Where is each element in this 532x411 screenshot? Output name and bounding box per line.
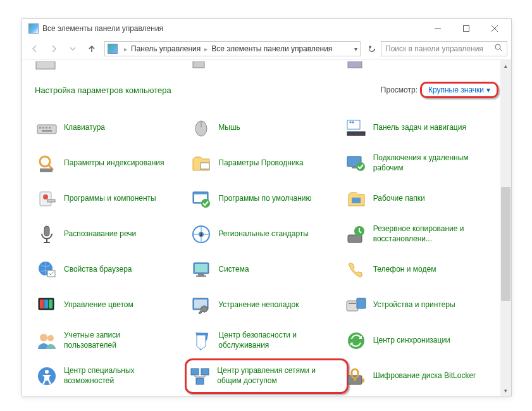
devices-icon (345, 294, 367, 316)
breadcrumb[interactable]: ▸ Панель управления ▸ Все элементы панел… (104, 41, 361, 56)
view-value: Крупные значки (428, 85, 484, 94)
item-security[interactable]: Центр безопасности и обслуживания (189, 327, 343, 354)
forward-button[interactable] (45, 40, 63, 58)
item-index[interactable]: Параметры индексирования (35, 150, 189, 177)
scroll-thumb[interactable] (501, 187, 510, 301)
search-icon[interactable] (495, 44, 503, 54)
minimize-button[interactable] (423, 20, 452, 38)
navbar: ▸ Панель управления ▸ Все элементы панел… (22, 38, 511, 60)
defaults-icon (190, 188, 212, 210)
chevron-right-icon[interactable]: ▸ (124, 46, 127, 53)
item-label: Подключения к удаленным рабочим (373, 153, 481, 173)
item-remote[interactable]: Подключения к удаленным рабочим (344, 150, 498, 177)
breadcrumb-icon (108, 44, 118, 54)
view-dropdown[interactable]: Крупные значки ▾ (420, 82, 498, 98)
breadcrumb-part[interactable]: Все элементы панели управления (211, 44, 332, 53)
app-icon (28, 23, 39, 34)
item-label: Система (218, 265, 249, 275)
work-folders-icon (345, 188, 367, 210)
item-color[interactable]: Управление цветом (35, 292, 189, 319)
programs-icon (36, 188, 58, 210)
item-label: Устройства и принтеры (373, 300, 455, 310)
item-label: Резервное копирование и восстановлени... (373, 224, 481, 244)
item-label: Управление цветом (64, 300, 133, 310)
item-devices[interactable]: Устройства и принтеры (344, 292, 498, 319)
remote-icon (345, 153, 367, 174)
control-panel-window: Все элементы панели управления ▸ Панель … (22, 18, 512, 396)
item-region[interactable]: Региональные стандарты (189, 221, 343, 248)
phone-icon (345, 259, 367, 281)
item-label: Региональные стандарты (218, 229, 309, 239)
refresh-button[interactable] (364, 41, 380, 56)
item-programs[interactable]: Программы и компоненты (35, 186, 189, 212)
keyboard-icon (36, 117, 58, 139)
item-label: Клавиатура (64, 123, 105, 133)
item-network[interactable]: Центр управления сетями и общим доступом (185, 358, 348, 394)
item-label: Панель задач и навигация (373, 123, 466, 133)
maximize-button[interactable] (452, 20, 480, 38)
item-label: Телефон и модем (373, 265, 436, 275)
item-sync[interactable]: Центр синхронизации (344, 327, 498, 354)
item-label: Свойства браузера (64, 265, 132, 275)
chevron-down-icon[interactable]: ▾ (354, 46, 357, 53)
index-icon (36, 153, 58, 174)
svg-rect-57 (36, 61, 55, 69)
search-placeholder: Поиск в панели управления (385, 44, 483, 53)
items-grid: КлавиатураМышьПанель задач и навигацияПа… (35, 115, 498, 396)
svg-rect-55 (463, 26, 469, 32)
item-ease[interactable]: Центр специальных возможностей (35, 363, 189, 389)
item-backup[interactable]: Резервное копирование и восстановлени... (344, 221, 498, 248)
item-label: Параметры индексирования (64, 158, 164, 168)
item-label: Рабочие папки (373, 194, 425, 204)
ease-icon (36, 365, 58, 387)
scroll-up-icon[interactable]: ▴ (500, 60, 511, 71)
breadcrumb-part[interactable]: Панель управления (131, 44, 201, 53)
search-input[interactable]: Поиск в панели управления (381, 41, 507, 56)
users-icon (36, 330, 58, 351)
item-label: Программы по умолчанию (218, 194, 311, 204)
mouse-icon (190, 117, 212, 139)
item-label: Распознавание речи (64, 229, 136, 239)
item-users[interactable]: Учетные записи пользователей (35, 327, 189, 354)
item-taskbar[interactable]: Панель задач и навигация (344, 115, 498, 141)
partial-row (35, 61, 498, 72)
item-bitlocker[interactable]: Шифрование диска BitLocker (344, 363, 498, 389)
color-icon (36, 294, 58, 316)
item-defaults[interactable]: Программы по умолчанию (189, 186, 343, 212)
sync-icon (345, 330, 367, 351)
item-label: Центр синхронизации (373, 336, 450, 346)
item-work-folders[interactable]: Рабочие папки (344, 186, 498, 212)
chevron-down-icon: ▾ (486, 85, 490, 94)
item-label: Программы и компоненты (64, 194, 156, 204)
scrollbar[interactable]: ▴ ▾ (500, 60, 511, 396)
scroll-down-icon[interactable]: ▾ (500, 385, 511, 396)
troubleshoot-icon (190, 294, 212, 316)
page-title: Настройка параметров компьютера (35, 85, 171, 95)
item-label: Центр управления сетями и общим доступом (217, 366, 325, 386)
item-system[interactable]: Система (189, 256, 343, 283)
chevron-right-icon[interactable]: ▸ (204, 46, 207, 53)
item-label: Устранение неполадок (218, 300, 299, 310)
item-phone[interactable]: Телефон и модем (344, 256, 498, 283)
item-keyboard[interactable]: Клавиатура (35, 115, 189, 141)
item-speech[interactable]: Распознавание речи (35, 221, 189, 248)
item-mouse[interactable]: Мышь (189, 115, 343, 141)
item-internet[interactable]: Свойства браузера (35, 256, 189, 283)
back-button[interactable] (26, 40, 44, 58)
bitlocker-icon (345, 365, 367, 387)
content-area: ▴ ▾ Настройка параметров компьютера Прос… (22, 60, 511, 396)
network-icon (189, 365, 211, 387)
titlebar[interactable]: Все элементы панели управления (22, 19, 511, 38)
folder-opt-icon (190, 153, 212, 174)
item-troubleshoot[interactable]: Устранение неполадок (189, 292, 343, 319)
svg-rect-59 (348, 61, 362, 68)
svg-point-56 (495, 44, 500, 49)
item-label: Центр безопасности и обслуживания (218, 331, 326, 350)
item-label: Параметры Проводника (218, 158, 303, 168)
close-button[interactable] (480, 20, 509, 38)
recent-button[interactable] (64, 40, 82, 58)
system-icon (190, 259, 212, 281)
up-button[interactable] (83, 40, 101, 58)
region-icon (190, 224, 212, 245)
item-folder-opt[interactable]: Параметры Проводника (189, 150, 343, 177)
